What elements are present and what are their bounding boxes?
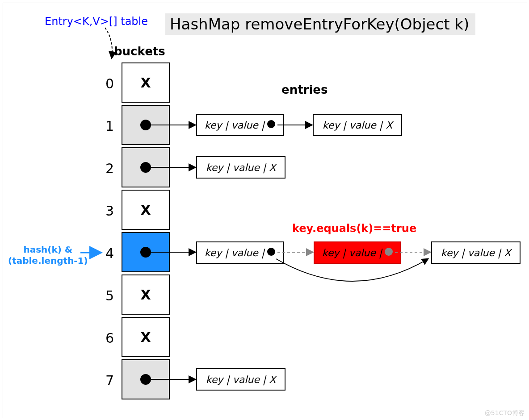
bucket-0: X [122,62,170,103]
entry-text: key | value | X [206,162,276,173]
entry-node: key | value | X [196,368,285,391]
pointer-dot-icon [140,247,151,258]
diagram-title: HashMap removeEntryForKey(Object k) [165,13,475,35]
pointer-dot-icon [140,120,151,130]
pointer-dot-icon [385,248,393,256]
table-type-label: Entry<K,V>[] table [45,15,148,28]
hash-line1: hash(k) & [23,244,72,255]
buckets-label: buckets [114,45,165,58]
entry-text: key | value | [205,247,264,258]
bucket-2 [122,147,170,187]
pointer-dot-icon [140,374,151,385]
entry-text: key | value | [205,120,264,131]
bucket-index-2: 2 [101,161,114,176]
watermark-text: @51CTO博客 [485,409,525,417]
bucket-6: X [122,317,170,357]
entry-node-removed: key | value | [314,241,401,264]
bucket-index-0: 0 [101,76,114,91]
hash-line2: (table.length-1) [8,255,88,266]
entry-node: key | value | X [196,156,285,179]
entry-text: key | value | X [323,120,392,131]
pointer-dot-icon [267,248,275,256]
bucket-1 [122,105,170,145]
entry-node: key | value | X [313,114,402,136]
diagram-frame [3,3,527,418]
bucket-index-4: 4 [101,245,114,261]
bucket-4-highlighted [122,232,170,272]
pointer-dot-icon [267,120,275,128]
bucket-3: X [122,190,170,230]
bucket-index-5: 5 [101,288,114,304]
pointer-dot-icon [140,162,151,173]
bucket-5: X [122,274,170,315]
entry-node: key | value | X [431,241,521,264]
entry-node: key | value | [196,241,284,264]
bucket-7 [122,359,170,399]
bucket-index-1: 1 [101,118,114,134]
entry-text: key | value | X [441,247,511,258]
entries-label: entries [281,83,327,96]
entry-text: key | value | X [206,374,276,385]
bucket-index-3: 3 [101,203,114,219]
entry-text: key | value | [322,247,382,258]
hash-expression-label: hash(k) & (table.length-1) [8,244,88,266]
bucket-index-7: 7 [101,373,114,388]
bucket-index-6: 6 [101,330,114,346]
entry-node: key | value | [196,114,284,136]
equals-condition-label: key.equals(k)==true [292,222,416,235]
